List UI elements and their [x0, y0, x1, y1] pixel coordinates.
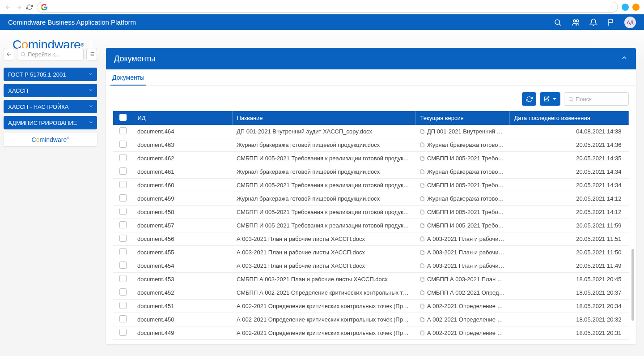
- cell-version: СМБПП И 005-2021 Требования…: [415, 152, 509, 165]
- edit-button[interactable]: [540, 92, 560, 106]
- row-checkbox[interactable]: [119, 315, 127, 322]
- svg-point-3: [21, 52, 25, 56]
- cell-date: 20.05.2021 14:35: [509, 152, 629, 165]
- app-title: Comindware Business Application Platform: [8, 18, 136, 26]
- row-checkbox[interactable]: [119, 167, 127, 175]
- cell-id: document.453: [133, 273, 232, 286]
- address-bar[interactable]: [37, 2, 618, 13]
- row-checkbox[interactable]: [119, 275, 127, 282]
- sidebar-item[interactable]: АДМИНИСТРИРОВАНИЕ: [4, 116, 97, 129]
- table-row[interactable]: document.455А 003-2021 План и рабочие ли…: [113, 246, 629, 259]
- reload-button[interactable]: [26, 4, 33, 11]
- cell-version: А 002-2021 Определение крити…: [415, 300, 509, 313]
- table-row[interactable]: document.451А 002-2021 Определение крити…: [113, 300, 629, 313]
- users-icon[interactable]: [571, 17, 580, 27]
- cell-version: А 003-2021 План и рабочие лис…: [415, 259, 509, 273]
- row-checkbox[interactable]: [119, 262, 127, 269]
- table-row[interactable]: document.462СМБПП И 005-2021 Требования …: [113, 152, 629, 165]
- cell-name: ДП 001-2021 Внутренний аудит ХАССП_copy.…: [232, 125, 415, 138]
- table-row[interactable]: document.457СМБПП И 005-2021 Требования …: [113, 219, 629, 232]
- table-row[interactable]: document.449А 002-2021 Определение крити…: [113, 326, 629, 340]
- chevron-down-icon: [88, 103, 93, 110]
- table-row[interactable]: document.463Журнал бракеража готовой пищ…: [113, 138, 629, 152]
- cell-version: А 002-2021 Определение крити…: [415, 313, 509, 326]
- sidebar-item-label: ХАССП: [8, 87, 28, 94]
- cell-version: А 003-2021 План и рабочие лис…: [415, 232, 509, 246]
- header-checkbox[interactable]: [113, 111, 133, 125]
- cell-version: Журнал бракеража готовой пи…: [415, 165, 509, 179]
- table-row[interactable]: document.450А 002-2021 Определение крити…: [113, 313, 629, 326]
- browser-chrome: [0, 0, 644, 14]
- sidebar-search-placeholder: Перейти к...: [28, 51, 60, 58]
- row-checkbox[interactable]: [119, 288, 127, 296]
- table-row[interactable]: document.454А 003-2021 План и рабочие ли…: [113, 259, 629, 273]
- cell-date: 04.08.2021 14:38: [509, 125, 629, 138]
- row-checkbox[interactable]: [119, 248, 127, 255]
- row-checkbox[interactable]: [119, 235, 127, 242]
- cell-version: Журнал бракеража готовой пи…: [415, 138, 509, 152]
- row-checkbox[interactable]: [119, 208, 127, 215]
- flag-icon[interactable]: [606, 17, 616, 27]
- cell-name: А 002-2021 Определение критических контр…: [232, 300, 415, 313]
- extension-icon[interactable]: [622, 4, 629, 11]
- table-row[interactable]: document.459Журнал бракеража готовой пищ…: [113, 192, 629, 206]
- documents-table: ИД Название Текущая версия Дата последне…: [113, 111, 629, 340]
- header-name[interactable]: Название: [232, 111, 415, 125]
- cell-date: 18.05.2021 20:32: [509, 313, 629, 326]
- svg-point-1: [573, 20, 576, 22]
- row-checkbox[interactable]: [119, 329, 127, 336]
- table-row[interactable]: document.456А 003-2021 План и рабочие ли…: [113, 232, 629, 246]
- sidebar-item-label: ХАССП - НАСТРОЙКА: [8, 103, 68, 110]
- header-modified[interactable]: Дата последнего изменения: [509, 111, 629, 125]
- table-row[interactable]: document.452СМБПП А 002-2021 Определение…: [113, 286, 629, 300]
- cell-date: 18.05.2021 20:45: [509, 273, 629, 286]
- file-icon: [420, 169, 425, 176]
- sidebar: Перейти к... ГОСТ Р 51705.1-2001ХАССПХАС…: [0, 60, 101, 356]
- row-checkbox[interactable]: [119, 194, 127, 202]
- forward-button[interactable]: [15, 4, 22, 11]
- table-row[interactable]: document.453СМБПП А 003-2021 План и рабо…: [113, 273, 629, 286]
- row-checkbox[interactable]: [119, 141, 127, 148]
- cell-name: Журнал бракеража готовой пищевой продукц…: [232, 138, 415, 152]
- table-row[interactable]: document.461Журнал бракеража готовой пищ…: [113, 165, 629, 179]
- file-icon: [420, 142, 425, 149]
- sidebar-item[interactable]: ХАССП - НАСТРОЙКА: [4, 100, 97, 113]
- scrollbar-thumb[interactable]: [631, 249, 634, 321]
- row-checkbox[interactable]: [119, 181, 127, 188]
- header-version[interactable]: Текущая версия: [415, 111, 509, 125]
- search-icon[interactable]: [553, 17, 563, 27]
- header-id[interactable]: ИД: [133, 111, 232, 125]
- back-button[interactable]: [4, 4, 12, 11]
- bell-icon[interactable]: [589, 17, 598, 27]
- row-checkbox[interactable]: [119, 154, 127, 161]
- file-icon: [420, 263, 425, 270]
- cell-version: А 003-2021 План и рабочие лис…: [415, 246, 509, 259]
- cell-id: document.449: [133, 326, 232, 340]
- list-icon[interactable]: [86, 48, 97, 60]
- table-row[interactable]: document.460СМБПП И 005-2021 Требования …: [113, 179, 629, 192]
- cell-name: А 003-2021 План и рабочие листы ХАССП.do…: [232, 232, 415, 246]
- sidebar-item[interactable]: ГОСТ Р 51705.1-2001: [4, 68, 97, 81]
- tabs: Документы: [106, 69, 636, 86]
- cell-id: document.452: [133, 286, 232, 300]
- refresh-button[interactable]: [522, 92, 536, 106]
- row-checkbox[interactable]: [119, 221, 127, 228]
- avatar[interactable]: АД: [624, 17, 636, 28]
- collapse-icon[interactable]: [4, 48, 14, 60]
- table-row[interactable]: document.458СМБПП И 005-2021 Требования …: [113, 206, 629, 219]
- cell-date: 20.05.2021 14:12: [509, 192, 629, 206]
- tab-documents[interactable]: Документы: [110, 69, 146, 86]
- file-icon: [420, 155, 425, 162]
- collapse-panel-icon[interactable]: [621, 54, 628, 64]
- sidebar-search[interactable]: Перейти к...: [17, 48, 84, 60]
- cell-name: СМБПП И 005-2021 Требования к реализации…: [232, 179, 415, 192]
- table-row[interactable]: document.464ДП 001-2021 Внутренний аудит…: [113, 125, 629, 138]
- sidebar-item[interactable]: ХАССП: [4, 84, 97, 97]
- extension-icon[interactable]: [632, 4, 640, 11]
- row-checkbox[interactable]: [119, 127, 127, 134]
- file-icon: [420, 330, 425, 337]
- row-checkbox[interactable]: [119, 302, 127, 309]
- sidebar-footer-logo[interactable]: Comindware®: [4, 133, 97, 146]
- cell-id: document.454: [133, 259, 232, 273]
- grid-search[interactable]: Поиск: [564, 92, 629, 106]
